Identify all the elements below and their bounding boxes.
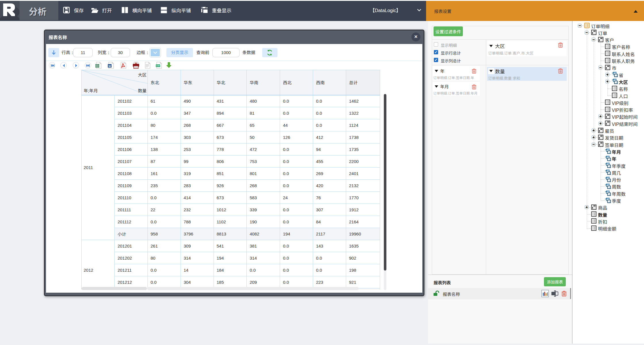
svg-text:W: W (108, 65, 111, 68)
svg-text:CSV: CSV (156, 65, 160, 67)
svg-text:P: P (135, 62, 137, 65)
